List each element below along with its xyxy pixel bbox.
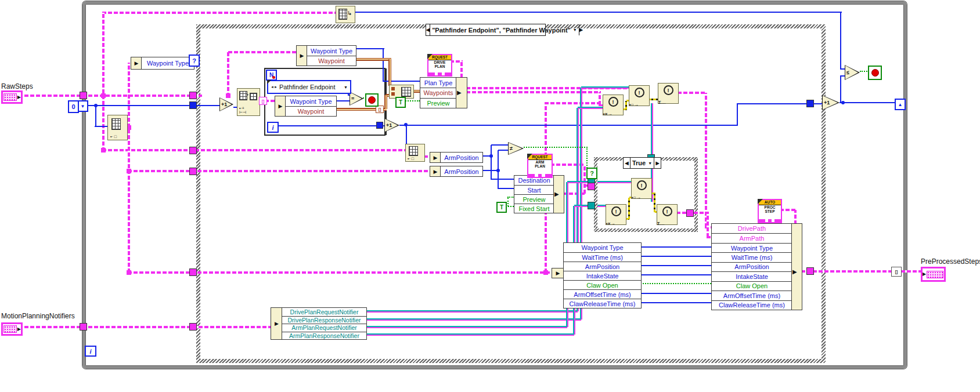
tunnel[interactable] [189,101,197,109]
true-case-prev-button[interactable]: ◀ [624,158,630,168]
bundle-spine[interactable]: ▶ [456,77,467,108]
index-array-node[interactable]: ▪· □ [405,144,425,162]
bundle-processed-step[interactable]: DrivePathArmPathWaypoint TypeWaitTime (m… [711,223,792,310]
shift-register-right[interactable]: ▲ [895,99,906,110]
unbundle-nub[interactable]: ▶ [275,96,286,117]
unbundle-nub[interactable]: ▶ [552,268,564,278]
index-marks-icon: ▪· □ [408,157,414,161]
wire [19,95,202,97]
index-array-node[interactable]: ▪· □ [107,115,128,140]
case-next-button[interactable]: ▶ [579,24,583,35]
array-subset-node[interactable]: + ▪·+ ⊢⊣ [237,88,260,116]
vi-connector-icon [428,72,451,75]
unbundle-step-top[interactable]: Waypoint TypeWaypoint [307,45,356,66]
tunnel[interactable] [189,323,197,331]
loop-condition-terminal[interactable] [365,93,379,107]
case-selector-label[interactable]: ◀ "Pathfinder Endpoint", "Pathfinder Way… [426,24,546,36]
unbundle-nub[interactable]: ▶ [131,57,142,70]
unbundle-nub[interactable]: ▶ [430,152,441,163]
true-case-selector-label[interactable]: ◀ True▼ ▶ [623,157,661,169]
wire [384,95,387,109]
unbundle-nub[interactable]: ▶ [271,307,283,340]
wire [491,179,514,180]
true-case-selector-terminal[interactable]: ? [586,168,597,179]
request-arm-plan-vi[interactable]: RQUEST ARM PLAN [527,154,553,178]
true-constant[interactable]: T [496,202,507,213]
tunnel[interactable] [686,209,694,217]
unbundle-step-fields[interactable]: Waypoint TypeWaitTime (ms)ArmPositionInt… [563,242,642,308]
case-prev-button[interactable]: ◀ [426,24,430,35]
element-icon [391,87,395,90]
send-notification-node[interactable]: !▪×→ [606,204,626,225]
motion-planning-notifiers-terminal[interactable]: ▶ [1,322,23,336]
tunnel[interactable] [189,168,197,175]
auto-index-tunnel[interactable]: [] [891,267,902,277]
case-selector-text[interactable]: "Pathfinder Endpoint", "Pathfinder Waypo… [430,24,579,35]
auto-proc-step-vi[interactable]: AUTO PROC STEP [758,199,782,223]
loop-count-terminal[interactable]: N [266,70,277,81]
array-size-node[interactable]: ↳ [336,6,355,23]
wire [366,318,581,321]
tunnel[interactable] [189,268,197,276]
auto-index-tunnel[interactable]: [] [259,97,267,105]
true-constant[interactable]: T [395,97,406,108]
wire-junction [496,169,500,172]
wait-timeout-node[interactable]: !Σ… [658,83,679,104]
increment-node[interactable]: +1 [822,95,840,110]
iteration-terminal[interactable]: i [85,346,96,357]
tunnel[interactable] [80,323,87,331]
unbundle-arm-position[interactable]: ArmPosition [440,152,483,163]
unbundle-nub[interactable]: ▶ [296,45,308,66]
corner-fold-icon [267,80,271,84]
wire [524,147,588,148]
chevron-down-icon: ▼ [573,28,577,32]
tunnel[interactable] [806,100,814,107]
zero-constant[interactable]: 0 [68,100,79,113]
bundle-arm-plan[interactable]: DestinationStartPreviewFixed Start [514,175,554,213]
tunnel[interactable] [806,267,814,275]
wire [654,193,655,212]
raw-steps-terminal[interactable]: ▶ [1,90,23,104]
unbundle-nub[interactable]: ▶ [430,166,441,177]
enum-glyph-icon: ◄► [271,85,278,89]
wire [707,213,709,237]
unbundle-arm-position[interactable]: ArmPosition [440,166,483,177]
bundle-drive-plan[interactable]: Plan TypeWaypointsPreview [420,77,457,108]
not-equal-node[interactable]: ≠ [508,142,524,155]
true-case-next-button[interactable]: ▶ [654,158,661,168]
corner-fold-icon [758,199,763,204]
cluster-row-label: ArmPath [712,233,792,242]
unbundle-waypoint-type[interactable]: Waypoint Type [141,57,194,70]
tunnel[interactable] [189,92,197,99]
equal-node[interactable]: = [350,92,363,106]
enum-constant[interactable]: ◄► Pathfinder Endpoint ▼ [267,80,351,94]
send-notification-node[interactable]: !▪×→ [603,95,624,115]
case-selector-terminal[interactable]: ? [189,55,200,67]
while-condition-terminal[interactable] [868,66,882,80]
wire [102,12,354,14]
tunnel[interactable] [189,147,197,154]
bundle-spine[interactable]: ▶ [791,223,802,310]
terminal-glyph-icon [3,325,17,333]
true-case-selector-text[interactable]: True▼ [630,158,654,168]
wire [102,149,405,151]
request-drive-plan-vi[interactable]: RQUEST DRIVE PLAN [427,54,452,77]
increment-node[interactable]: +1 [384,118,399,132]
less-equal-node[interactable]: ≤ [845,65,860,80]
inner-iteration-terminal[interactable]: i [267,122,279,133]
tunnel[interactable] [376,122,383,129]
wait-notification-node[interactable]: !▪○→ [629,85,650,106]
equal-label: = [351,96,354,101]
wait-notification-node[interactable]: !▪○→ [631,178,652,199]
tunnel[interactable] [80,92,87,99]
pre-processed-steps-terminal[interactable]: ▶ [921,267,946,282]
bundle-spine[interactable]: ▶ [553,175,564,213]
tunnel[interactable] [588,202,595,209]
not-equal-label: ≠ [510,146,513,151]
wait-timeout-node[interactable]: !Σ… [657,204,678,225]
tunnel[interactable] [588,183,595,190]
unbundle-step-loop[interactable]: Waypoint TypeWaypoint [285,96,337,117]
increment-node[interactable]: +1 [219,97,233,111]
notifier-bang-icon: ! [608,97,618,107]
unbundle-notifiers[interactable]: DrivePlanRequestNotifierDrivePlanRespons… [282,307,367,340]
